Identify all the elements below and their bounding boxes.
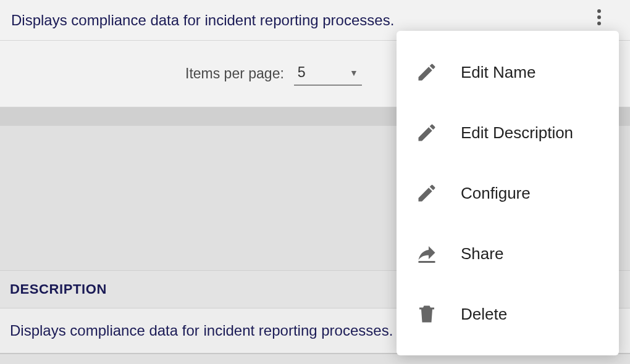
svg-rect-0 (419, 261, 435, 263)
description-heading: DESCRIPTION (10, 281, 107, 297)
menu-item-configure[interactable]: Configure (397, 163, 619, 223)
pencil-icon (414, 120, 440, 146)
menu-item-edit-name[interactable]: Edit Name (397, 42, 619, 102)
pencil-icon (414, 59, 440, 85)
share-icon (414, 241, 440, 267)
menu-item-label: Edit Description (461, 123, 602, 143)
menu-item-delete[interactable]: Delete (397, 284, 619, 344)
menu-item-edit-description[interactable]: Edit Description (397, 102, 619, 163)
trash-icon (414, 301, 440, 327)
more-vert-icon (597, 8, 601, 27)
menu-item-label: Share (461, 244, 602, 263)
items-per-page-select[interactable]: 5 ▼ (294, 62, 362, 86)
menu-item-share[interactable]: Share (397, 223, 619, 284)
bottom-strip (0, 354, 630, 363)
items-per-page-value: 5 (298, 64, 328, 81)
top-description-text: Displays compliance data for incident re… (11, 12, 394, 29)
menu-item-label: Configure (461, 184, 602, 203)
dropdown-arrow-icon: ▼ (350, 68, 358, 78)
items-per-page-label: Items per page: (185, 65, 284, 82)
menu-item-label: Edit Name (461, 63, 602, 82)
pencil-icon (414, 180, 440, 206)
bottom-description-text: Displays compliance data for incident re… (10, 322, 393, 339)
menu-item-label: Delete (461, 305, 602, 324)
context-menu: Edit Name Edit Description Configure Sha… (397, 31, 619, 355)
kebab-menu-button[interactable] (587, 5, 611, 30)
